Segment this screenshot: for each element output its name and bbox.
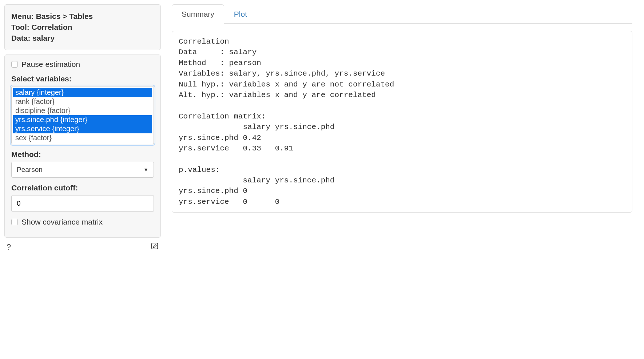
- covariance-row[interactable]: Show covariance matrix: [11, 218, 154, 226]
- chevron-down-icon: ▼: [143, 167, 148, 173]
- covariance-checkbox[interactable]: [11, 219, 18, 225]
- cutoff-label: Correlation cutoff:: [11, 183, 154, 192]
- output-panel: Correlation Data : salary Method : pears…: [172, 31, 632, 213]
- output-tabs: Summary Plot: [172, 4, 632, 24]
- variable-option[interactable]: yrs.since.phd {integer}: [13, 115, 152, 124]
- variable-option[interactable]: sex {factor}: [13, 133, 152, 142]
- select-variables-label: Select variables:: [11, 74, 154, 83]
- info-panel: Menu: Basics > Tables Tool: Correlation …: [4, 4, 161, 50]
- variable-option[interactable]: salary {integer}: [13, 88, 152, 97]
- help-icon[interactable]: ?: [7, 242, 11, 252]
- pause-estimation-label: Pause estimation: [21, 60, 80, 69]
- tab-summary[interactable]: Summary: [172, 4, 224, 24]
- variable-option[interactable]: rank {factor}: [13, 97, 152, 106]
- covariance-label: Show covariance matrix: [21, 218, 103, 226]
- data-name-label: Data: salary: [11, 34, 154, 43]
- controls-panel: Pause estimation Select variables: salar…: [4, 55, 161, 238]
- output-text: Correlation Data : salary Method : pears…: [179, 36, 625, 207]
- tab-plot[interactable]: Plot: [224, 4, 257, 24]
- cutoff-input[interactable]: [11, 195, 154, 212]
- method-select[interactable]: Pearson ▼: [11, 162, 154, 178]
- pause-estimation-checkbox[interactable]: [11, 61, 18, 68]
- menu-breadcrumb: Menu: Basics > Tables: [11, 12, 154, 21]
- variable-option[interactable]: discipline {factor}: [13, 106, 152, 115]
- method-selected-value: Pearson: [17, 166, 43, 174]
- variable-option[interactable]: yrs.service {integer}: [13, 124, 152, 133]
- tool-name: Tool: Correlation: [11, 23, 154, 32]
- variables-multiselect[interactable]: salary {integer}rank {factor}discipline …: [11, 86, 154, 144]
- edit-icon[interactable]: [151, 242, 159, 252]
- pause-estimation-row[interactable]: Pause estimation: [11, 60, 154, 69]
- method-label: Method:: [11, 150, 154, 159]
